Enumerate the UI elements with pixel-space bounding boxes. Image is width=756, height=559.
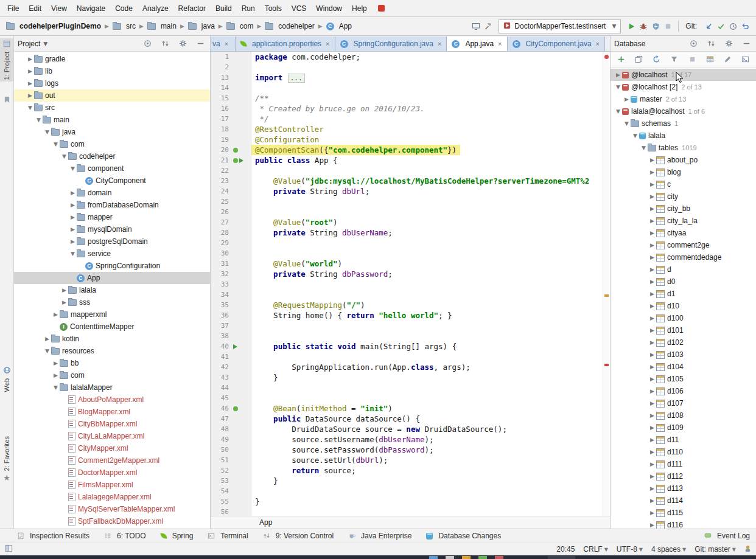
chevron-right-icon[interactable]: ▶	[52, 311, 60, 318]
gutter[interactable]	[231, 248, 251, 259]
code-text[interactable]: @Configuration	[251, 134, 323, 145]
gutter[interactable]	[231, 507, 251, 516]
gutter[interactable]	[231, 83, 251, 93]
sync-icon[interactable]	[651, 54, 662, 66]
code-line-46[interactable]: 46 @Bean(initMethod = "init")	[211, 403, 610, 414]
error-stripe-mark[interactable]	[604, 364, 609, 366]
database-item-d111[interactable]: ▶d111	[611, 458, 756, 470]
gutter[interactable]	[231, 269, 251, 279]
project-item-AboutPoMapper.xml[interactable]: AboutPoMapper.xml	[14, 394, 210, 406]
gutter[interactable]	[231, 496, 251, 507]
gutter[interactable]	[231, 196, 251, 207]
project-item-kotlin[interactable]: ▶kotlin	[14, 333, 210, 345]
code-line-40[interactable]: 40 public static void main(String[] args…	[211, 341, 610, 352]
project-item-com[interactable]: ▼com	[14, 138, 210, 150]
chevron-right-icon[interactable]: ▶	[648, 303, 656, 309]
chevron-right-icon[interactable]: ▶	[648, 400, 656, 406]
code-text[interactable]	[251, 196, 259, 207]
warning-stripe-mark[interactable]	[604, 294, 609, 297]
code-text[interactable]: return source;	[251, 465, 360, 476]
gutter[interactable]	[231, 414, 251, 424]
code-text[interactable]	[251, 207, 259, 217]
project-item-postgreSqlDomain[interactable]: ▶postgreSqlDomain	[14, 235, 210, 248]
close-tab-icon[interactable]: ×	[225, 40, 228, 47]
database-item-d114[interactable]: ▶d114	[611, 495, 756, 507]
code-line-38[interactable]: 38	[211, 331, 610, 341]
chevron-right-icon[interactable]: ▶	[648, 327, 656, 333]
chevron-right-icon[interactable]: ▶	[60, 299, 68, 305]
database-item-@localhost [2][interactable]: ▼@localhost [2]2 of 13	[611, 81, 756, 93]
close-tab-icon[interactable]: ×	[326, 40, 329, 47]
line-number[interactable]: 47	[211, 414, 231, 424]
code-line-25[interactable]: 25	[211, 196, 610, 207]
code-text[interactable]: }	[251, 476, 282, 486]
breadcrumb-item-src[interactable]: src	[111, 21, 137, 31]
plus-icon[interactable]	[615, 54, 626, 66]
chevron-down-icon[interactable]: ▼	[631, 133, 639, 139]
chevron-right-icon[interactable]: ▶	[26, 68, 34, 74]
code-text[interactable]: private String dbPassword;	[251, 269, 396, 279]
code-line-45[interactable]: 45	[211, 393, 610, 403]
database-item-d[interactable]: ▶d	[611, 263, 756, 276]
line-number[interactable]: 23	[211, 176, 231, 186]
database-item-d113[interactable]: ▶d113	[611, 482, 756, 495]
database-item-@localhost[interactable]: ▶@localhost1 of 17	[611, 69, 756, 81]
project-item-SptFallbackDbMapper.xml[interactable]: SptFallbackDbMapper.xml	[14, 515, 210, 527]
project-item-gradle[interactable]: ▶gradle	[14, 53, 210, 65]
gutter[interactable]	[231, 434, 251, 445]
minus-icon[interactable]	[194, 38, 206, 50]
chevron-right-icon[interactable]: ▶	[648, 206, 656, 212]
gutter[interactable]	[231, 310, 251, 321]
chevron-right-icon[interactable]: ▶	[69, 214, 77, 220]
play-icon[interactable]	[625, 20, 637, 32]
code-line-41[interactable]: 41	[211, 352, 610, 362]
database-item-d115[interactable]: ▶d115	[611, 507, 756, 519]
chevron-right-icon[interactable]: ▶	[69, 238, 77, 245]
chevron-right-icon[interactable]: ▶	[648, 218, 656, 224]
gutter[interactable]	[231, 290, 251, 300]
code-line-23[interactable]: 23 @Value("jdbc:mysql://localhost/MyBati…	[211, 176, 610, 186]
code-line-1[interactable]: 1package com.codehelper;	[211, 52, 610, 62]
database-item-lalala@localhost[interactable]: ▼lalala@localhost1 of 6	[611, 105, 756, 117]
database-item-d0[interactable]: ▶d0	[611, 276, 756, 288]
line-number[interactable]: 21	[211, 155, 231, 165]
gutter[interactable]	[231, 424, 251, 434]
editor-tab-CityComponent.java[interactable]: CCityComponent.java×	[508, 36, 606, 51]
chevron-right-icon[interactable]: ▶	[648, 449, 656, 455]
project-item-com[interactable]: ▶com	[14, 369, 210, 381]
project-item-java[interactable]: ▼java	[14, 126, 210, 138]
code-line-18[interactable]: 18@RestController	[211, 124, 610, 134]
line-number[interactable]: 53	[211, 476, 231, 486]
code-text[interactable]	[251, 331, 259, 341]
code-line-26[interactable]: 26	[211, 207, 610, 217]
line-number[interactable]: 38	[211, 331, 231, 341]
database-item-d101[interactable]: ▶d101	[611, 324, 756, 336]
gutter[interactable]	[231, 321, 251, 331]
gutter[interactable]	[231, 238, 251, 248]
close-tab-icon[interactable]: ×	[498, 40, 502, 47]
code-text[interactable]: }	[251, 372, 282, 383]
chevron-right-icon[interactable]: ▶	[648, 157, 656, 163]
project-item-resources[interactable]: ▼resources	[14, 345, 210, 357]
bug-icon[interactable]	[637, 20, 649, 32]
menu-view[interactable]: View	[46, 2, 72, 15]
project-item-lalalaMapper[interactable]: ▼lalalaMapper	[14, 381, 210, 394]
database-item-d10[interactable]: ▶d10	[611, 300, 756, 312]
chevron-right-icon[interactable]: ▶	[26, 92, 34, 99]
menu-file[interactable]: File	[2, 2, 24, 15]
code-line-35[interactable]: 35 @RequestMapping("/")	[211, 300, 610, 310]
toolwindow-button-project[interactable]: 1: Project	[0, 38, 13, 82]
taskbar-item[interactable]	[548, 556, 575, 559]
code-text[interactable]: @Value("world")	[251, 259, 346, 269]
chevron-right-icon[interactable]: ▶	[648, 498, 656, 504]
project-item-main[interactable]: ▼main	[14, 114, 210, 126]
updown-icon[interactable]	[159, 38, 171, 50]
structure-icon[interactable]	[0, 94, 13, 107]
code-text[interactable]: source.setUrl(dbUrl);	[251, 455, 391, 465]
pencil-icon[interactable]	[723, 54, 733, 66]
menu-analyze[interactable]: Analyze	[138, 2, 173, 15]
line-number[interactable]: 45	[211, 393, 231, 403]
monitor-icon[interactable]	[470, 20, 482, 32]
chevron-right-icon[interactable]: ▶	[648, 291, 656, 297]
code-text[interactable]: public static void main(String[] args) {	[251, 341, 460, 352]
